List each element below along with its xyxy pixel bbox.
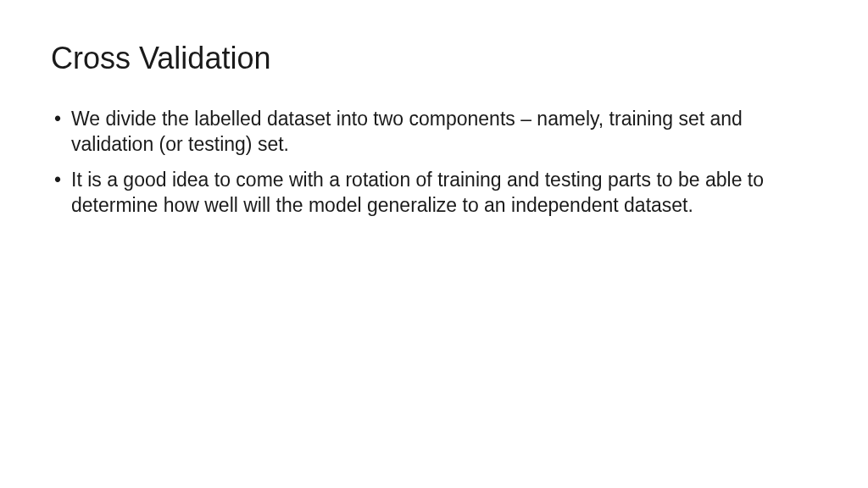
bullet-item: It is a good idea to come with a rotatio… (51, 168, 817, 219)
bullet-item: We divide the labelled dataset into two … (51, 107, 817, 158)
slide-title: Cross Validation (51, 41, 817, 76)
bullet-list: We divide the labelled dataset into two … (51, 107, 817, 219)
